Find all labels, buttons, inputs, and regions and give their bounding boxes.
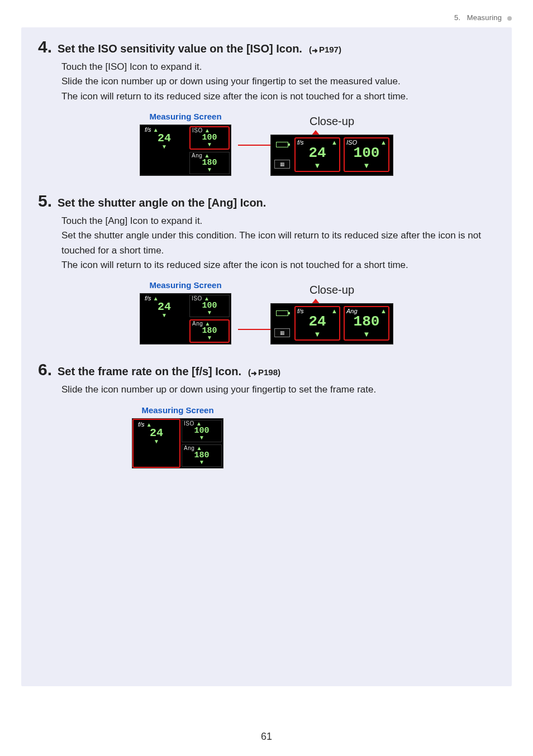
chevron-down-icon: ▼ xyxy=(314,161,321,170)
step-number: 6. xyxy=(38,360,52,379)
figure-measuring-screen: Measuring Screen f/s ▲ 24 ▼ ISO ▲ 100 ▼ xyxy=(132,405,223,468)
iso-value: 100 xyxy=(202,133,217,142)
iso-stack: ISO ▲ 100 ▼ xyxy=(189,295,230,317)
closeup-left-value: 24 xyxy=(308,146,326,160)
closeup-left-label: f/s xyxy=(297,139,304,146)
right-arrow-icon: ➜ xyxy=(312,46,318,55)
closeup-left-label: f/s xyxy=(297,308,304,314)
running-header: 5. Measuring xyxy=(21,13,512,22)
chevron-down-icon: ▼ xyxy=(154,439,159,444)
step-body-line: The icon will return to its reduced size… xyxy=(61,89,496,104)
fs-value: 24 xyxy=(158,302,171,313)
closeup-iso-box: ISO▲ 100 ▼ xyxy=(344,137,389,172)
closeup-fs-box: f/s▲ 24 ▼ xyxy=(294,306,340,341)
closeup-widget: ▦ f/s▲ 24 ▼ ISO▲ 100 ▼ xyxy=(270,135,393,176)
ang-stack: Ang ▲ 180 ▼ xyxy=(189,152,230,174)
chevron-down-icon: ▼ xyxy=(207,335,212,341)
step-body: Touch the [ISO] Icon to expand it. Slide… xyxy=(61,60,496,104)
page-number: 61 xyxy=(0,731,533,743)
step-5: 5. Set the shutter angle on the [Ang] Ic… xyxy=(37,192,496,344)
ang-label: Ang xyxy=(192,320,203,327)
step-title: Set the shutter angle on the [Ang] Icon. xyxy=(58,197,266,209)
closeup-right-value: 100 xyxy=(354,146,380,160)
iso-label: ISO xyxy=(184,420,194,427)
right-arrow-icon: ➜ xyxy=(251,369,257,377)
figure-measuring-screen: Measuring Screen f/s ▲ 24 ▼ ISO ▲ 100 ▼ xyxy=(140,112,231,176)
step-body: Slide the icon number up or down using y… xyxy=(61,382,496,397)
chevron-down-icon: ▼ xyxy=(161,144,167,150)
fs-value: 24 xyxy=(150,428,163,439)
step-body-line: The icon will return to its reduced size… xyxy=(61,258,496,272)
chevron-down-icon: ▼ xyxy=(207,142,212,147)
closeup-caption: Close-up xyxy=(310,115,354,128)
figure-caption: Measuring Screen xyxy=(141,405,213,415)
figure-closeup: Close-up ▦ f/s▲ 24 ▼ xyxy=(270,284,393,344)
step-title: Set the ISO sensitivity value on the [IS… xyxy=(58,42,302,55)
closeup-left-value: 24 xyxy=(308,314,326,329)
step-body-line: Touch the [ISO] Icon to expand it. xyxy=(61,60,496,74)
measuring-screen-widget: f/s ▲ 24 ▼ ISO ▲ 100 ▼ Ang ▲ xyxy=(132,418,223,468)
ang-label: Ang xyxy=(184,445,194,451)
battery-icon xyxy=(276,142,288,147)
figure-closeup: Close-up ▦ f/s▲ 24 ▼ xyxy=(270,115,393,176)
step-body-line: Set the shutter angle under this conditi… xyxy=(61,228,496,258)
chevron-up-icon: ▲ xyxy=(380,139,387,146)
chevron-down-icon: ▼ xyxy=(199,460,204,465)
figure-row: Measuring Screen f/s ▲ 24 ▼ ISO ▲ 100 ▼ xyxy=(37,112,496,176)
ang-value: 180 xyxy=(194,451,209,460)
running-header-num: 5. xyxy=(454,13,460,22)
closeup-caption: Close-up xyxy=(310,284,354,296)
figure-measuring-screen: Measuring Screen f/s ▲ 24 ▼ ISO ▲ 100 ▼ xyxy=(140,280,231,344)
ang-stack: Ang ▲ 180 ▼ xyxy=(182,444,222,467)
iso-value: 100 xyxy=(194,427,209,435)
closeup-ang-box: Ang▲ 180 ▼ xyxy=(344,306,389,341)
running-header-title: Measuring xyxy=(467,13,502,22)
battery-icon xyxy=(276,310,288,316)
step-title: Set the frame rate on the [f/s] Icon. xyxy=(58,365,241,378)
step-body-line: Slide the icon number up or down using y… xyxy=(61,382,496,397)
step-body-line: Slide the icon number up or down using y… xyxy=(61,74,496,89)
fs-label: f/s xyxy=(145,295,151,302)
measuring-screen-widget: f/s ▲ 24 ▼ ISO ▲ 100 ▼ Ang ▲ xyxy=(140,125,231,176)
figure-row: Measuring Screen f/s ▲ 24 ▼ ISO ▲ 100 ▼ xyxy=(37,280,496,344)
content-region: 4. Set the ISO sensitivity value on the … xyxy=(21,27,512,686)
chevron-down-icon: ▼ xyxy=(161,313,167,318)
fs-label: f/s xyxy=(138,421,145,428)
chevron-down-icon: ▼ xyxy=(199,435,204,441)
iso-stack: ISO ▲ 100 ▼ xyxy=(182,420,222,442)
header-bullet-icon xyxy=(507,16,512,21)
figure-row: Measuring Screen f/s ▲ 24 ▼ ISO ▲ 100 ▼ xyxy=(132,405,496,468)
step-6: 6. Set the frame rate on the [f/s] Icon.… xyxy=(37,360,496,468)
step-page-ref[interactable]: (➜P197) xyxy=(309,45,341,55)
figure-caption: Measuring Screen xyxy=(149,112,221,121)
ang-label: Ang xyxy=(192,152,202,159)
chevron-down-icon: ▼ xyxy=(363,330,370,338)
mode-icon: ▦ xyxy=(274,328,290,337)
mode-icon: ▦ xyxy=(274,160,290,169)
measuring-screen-widget: f/s ▲ 24 ▼ ISO ▲ 100 ▼ Ang ▲ xyxy=(140,293,231,344)
chevron-up-icon: ▲ xyxy=(380,308,387,314)
chevron-up-icon: ▲ xyxy=(331,139,337,146)
closeup-widget: ▦ f/s▲ 24 ▼ Ang▲ 180 ▼ xyxy=(270,303,393,344)
ang-value: 180 xyxy=(202,327,217,335)
iso-value: 100 xyxy=(202,302,217,310)
step-body: Touch the [Ang] Icon to expand it. Set t… xyxy=(61,214,496,272)
step-number: 4. xyxy=(38,37,52,56)
step-page-ref[interactable]: (➜P198) xyxy=(248,367,280,377)
step-number: 5. xyxy=(38,192,52,210)
chevron-down-icon: ▼ xyxy=(207,310,212,315)
ang-stack: Ang ▲ 180 ▼ xyxy=(189,319,230,343)
closeup-right-value: 180 xyxy=(354,314,380,329)
chevron-down-icon: ▼ xyxy=(363,161,370,170)
figure-caption: Measuring Screen xyxy=(149,280,221,290)
ang-value: 180 xyxy=(202,159,217,167)
chevron-down-icon: ▼ xyxy=(314,330,321,338)
iso-label: ISO xyxy=(192,295,202,302)
chevron-up-icon: ▲ xyxy=(331,308,337,314)
closeup-fs-box: f/s▲ 24 ▼ xyxy=(294,137,340,172)
iso-label: ISO xyxy=(192,127,203,133)
step-body-line: Touch the [Ang] Icon to expand it. xyxy=(61,214,496,228)
step-4: 4. Set the ISO sensitivity value on the … xyxy=(37,37,496,176)
iso-stack: ISO ▲ 100 ▼ xyxy=(189,126,230,150)
fs-value: 24 xyxy=(158,133,171,144)
